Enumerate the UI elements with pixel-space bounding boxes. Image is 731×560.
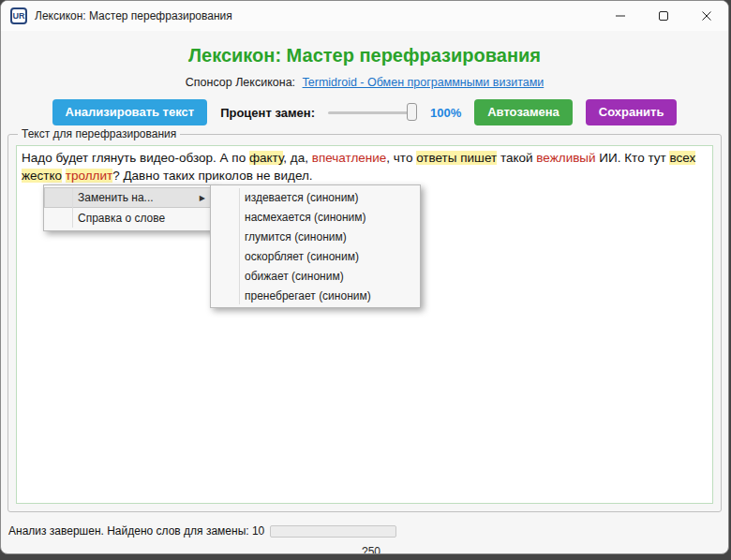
submenu-item[interactable]: оскорбляет (синоним)	[211, 246, 420, 266]
editor-text: Надо будет глянуть видео-обзор. А по фак…	[17, 146, 712, 187]
slider-thumb[interactable]	[407, 103, 417, 121]
sponsor-line: Спонсор Лексикона: Termidroid - Обмен пр…	[1, 76, 728, 89]
synonym-submenu: издевается (синоним)насмехается (синоним…	[210, 184, 421, 308]
submenu-item[interactable]: глумится (синоним)	[211, 227, 420, 246]
percent-slider[interactable]	[328, 103, 417, 122]
analyze-button[interactable]: Анализировать текст	[52, 99, 208, 125]
slider-track[interactable]	[328, 111, 417, 114]
window-title: Лексикон: Мастер перефразирования	[35, 9, 232, 22]
candidate-word[interactable]: вежливый	[536, 151, 595, 165]
percent-label: Процент замен:	[220, 106, 315, 120]
app-logo-icon: UR	[10, 7, 27, 24]
text-segment: Надо будет глянуть видео-обзор. А по	[22, 151, 249, 165]
candidate-word[interactable]: факту	[249, 151, 283, 165]
submenu-item[interactable]: обижает (синоним)	[211, 266, 420, 286]
toolbar: Анализировать текст Процент замен: 100% …	[1, 98, 728, 126]
status-bar: Анализ завершен. Найдено слов для замены…	[1, 522, 728, 540]
progress-bar	[270, 525, 396, 538]
minimize-button[interactable]	[599, 1, 642, 31]
status-text: Анализ завершен. Найдено слов для замены…	[8, 524, 264, 538]
submenu-item[interactable]: пренебрегает (синоним)	[211, 286, 420, 305]
text-segment: , да,	[283, 151, 311, 165]
autoreplace-button[interactable]: Автозамена	[474, 99, 573, 125]
text-segment: ИИ. Кто тут	[596, 151, 670, 165]
context-menu-item[interactable]: Справка о слове	[44, 208, 213, 228]
candidate-word[interactable]: впечатление	[312, 151, 387, 165]
sponsor-link[interactable]: Termidroid - Обмен программными визитами	[303, 76, 545, 89]
text-segment: такой	[497, 151, 536, 165]
close-button[interactable]	[685, 1, 728, 31]
candidate-word[interactable]: ответы пишет	[416, 151, 497, 165]
groupbox-label: Текст для перефразирования	[18, 127, 180, 140]
context-menu: Заменить на...▶Справка о слове	[43, 184, 214, 231]
submenu-item[interactable]: насмехается (синоним)	[211, 207, 420, 227]
background-artifact-text: ?50	[362, 545, 380, 554]
app-window: UR Лексикон: Мастер перефразирования Лек…	[0, 0, 729, 554]
submenu-arrow-icon: ▶	[200, 194, 205, 202]
maximize-button[interactable]	[642, 1, 685, 31]
window-controls	[599, 1, 728, 31]
submenu-item[interactable]: издевается (синоним)	[211, 187, 420, 207]
percent-value: 100%	[430, 106, 461, 120]
candidate-word[interactable]: троллит	[66, 169, 112, 183]
sponsor-label: Спонсор Лексикона:	[186, 76, 295, 89]
text-segment: ? Давно таких приколов не видел.	[112, 169, 312, 183]
text-segment: , что	[386, 151, 416, 165]
save-button[interactable]: Сохранить	[586, 99, 678, 125]
context-menu-item[interactable]: Заменить на...▶	[44, 187, 213, 208]
menu-item-label: Заменить на...	[78, 191, 154, 204]
menu-item-label: Справка о слове	[78, 212, 165, 225]
page-title: Лексикон: Мастер перефразирования	[1, 42, 728, 68]
title-bar: UR Лексикон: Мастер перефразирования	[1, 1, 728, 31]
